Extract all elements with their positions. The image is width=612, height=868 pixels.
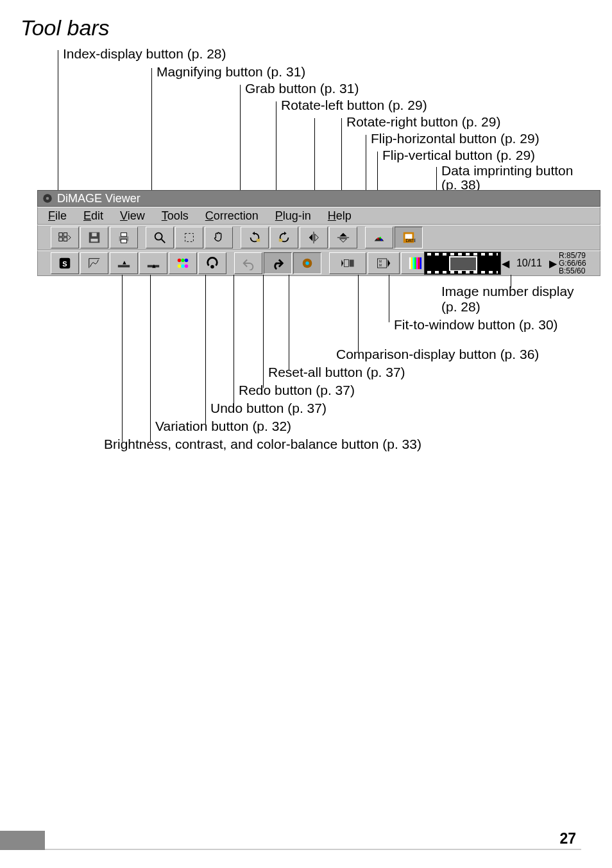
rotate-right-button[interactable] bbox=[270, 227, 298, 248]
callout-variation: Variation button (p. 32) bbox=[155, 419, 291, 434]
image-indicator-area: ◀ 10/11 ▶ R:85/79 G:66/66 B:55/60 bbox=[424, 250, 600, 276]
svg-point-29 bbox=[178, 259, 182, 263]
svg-rect-8 bbox=[92, 233, 96, 237]
brightness-contrast-button[interactable] bbox=[169, 252, 197, 274]
svg-rect-27 bbox=[118, 265, 130, 268]
slider-dark-icon bbox=[117, 256, 131, 270]
reset-icon bbox=[300, 256, 314, 270]
comparison-display-button[interactable] bbox=[329, 252, 366, 274]
callout-flip-vertical: Flip-vertical button (p. 29) bbox=[382, 148, 535, 163]
svg-point-37 bbox=[305, 261, 309, 265]
toolbar-row-1: DATE bbox=[37, 225, 600, 250]
menu-tools[interactable]: Tools bbox=[154, 208, 196, 224]
svg-line-13 bbox=[162, 239, 166, 243]
magnify-button[interactable] bbox=[146, 227, 174, 248]
histogram-button[interactable] bbox=[80, 252, 108, 274]
svg-rect-14 bbox=[185, 234, 194, 242]
callout-data-imprint-1: Data imprinting button bbox=[441, 163, 573, 178]
page-number: 27 bbox=[559, 830, 576, 847]
svg-rect-49 bbox=[420, 257, 421, 269]
menu-plugin[interactable]: Plug-in bbox=[268, 208, 319, 224]
menu-view[interactable]: View bbox=[112, 208, 153, 224]
svg-rect-15 bbox=[257, 239, 260, 242]
callout-magnifying: Magnifying button (p. 31) bbox=[157, 64, 305, 80]
redo-button[interactable] bbox=[264, 252, 292, 274]
callout-rotate-left: Rotate-left button (p. 29) bbox=[281, 98, 427, 113]
slider-up-icon bbox=[146, 256, 160, 270]
menu-correction[interactable]: Correction bbox=[198, 208, 266, 224]
fit-to-window-button[interactable]: MM bbox=[368, 252, 400, 274]
menu-file[interactable]: File bbox=[40, 208, 74, 224]
svg-point-33 bbox=[181, 265, 185, 268]
hand-icon bbox=[212, 230, 226, 245]
svg-rect-38 bbox=[344, 260, 349, 267]
callout-image-number-2: (p. 28) bbox=[441, 299, 480, 315]
svg-rect-4 bbox=[59, 238, 63, 241]
svg-rect-43 bbox=[409, 257, 411, 269]
callout-fit-to-window: Fit-to-window button (p. 30) bbox=[394, 317, 558, 333]
grab-button[interactable] bbox=[205, 227, 233, 248]
window-title: DiMAGE Viewer bbox=[57, 192, 140, 205]
next-image-button[interactable]: ▶ bbox=[548, 257, 557, 270]
data-imprint-button[interactable]: DATE bbox=[395, 227, 423, 248]
svg-text:M: M bbox=[379, 260, 382, 263]
bars-icon bbox=[408, 256, 422, 270]
tone-curve-2-button[interactable] bbox=[139, 252, 167, 274]
image-number-display: 10/11 bbox=[510, 257, 548, 269]
flip-horizontal-button[interactable] bbox=[300, 227, 328, 248]
callout-image-number-1: Image number display bbox=[441, 284, 574, 299]
index-display-button[interactable] bbox=[51, 227, 79, 248]
menu-help[interactable]: Help bbox=[320, 208, 359, 224]
reset-all-button[interactable] bbox=[293, 252, 321, 274]
print-button[interactable] bbox=[110, 227, 138, 248]
svg-rect-39 bbox=[350, 260, 354, 267]
grid-icon bbox=[58, 230, 72, 245]
svg-rect-44 bbox=[411, 257, 413, 269]
callout-brightness: Brightness, contrast, and color-balance … bbox=[104, 437, 421, 452]
leader-line bbox=[511, 275, 511, 288]
fit-screen-button[interactable] bbox=[175, 227, 203, 248]
svg-rect-3 bbox=[64, 233, 67, 237]
fit-icon bbox=[182, 230, 196, 245]
svg-point-32 bbox=[178, 265, 182, 268]
leader-line bbox=[389, 275, 389, 322]
rotate-left-icon bbox=[248, 230, 262, 245]
callout-index-display: Index-display button (p. 28) bbox=[63, 46, 226, 62]
variation-icon bbox=[205, 256, 219, 270]
svg-point-31 bbox=[185, 259, 189, 263]
magnify-icon bbox=[153, 230, 167, 245]
palette-dark-icon bbox=[372, 230, 386, 245]
svg-point-20 bbox=[379, 237, 381, 239]
svg-rect-45 bbox=[412, 257, 414, 269]
svg-point-21 bbox=[380, 239, 382, 241]
menu-edit[interactable]: Edit bbox=[76, 208, 111, 224]
svg-point-34 bbox=[185, 265, 189, 268]
film-strip bbox=[424, 252, 501, 275]
callout-redo: Redo button (p. 37) bbox=[239, 383, 355, 398]
imprint-icon: DATE bbox=[402, 230, 416, 245]
rgb-b: B:55/60 bbox=[559, 267, 599, 275]
undo-button[interactable] bbox=[234, 252, 262, 274]
leader-line bbox=[150, 275, 151, 442]
save-icon bbox=[87, 230, 101, 245]
svg-rect-2 bbox=[59, 233, 63, 237]
callout-flip-horizontal: Flip-horizontal button (p. 29) bbox=[371, 131, 540, 146]
variation-button[interactable] bbox=[198, 252, 226, 274]
rotate-left-button[interactable] bbox=[241, 227, 269, 248]
svg-rect-48 bbox=[418, 257, 420, 269]
color-balance-dark-button[interactable] bbox=[365, 227, 393, 248]
rotate-right-icon bbox=[277, 230, 291, 245]
svg-point-1 bbox=[46, 197, 49, 200]
svg-rect-7 bbox=[91, 239, 98, 242]
snapshot-button[interactable]: S bbox=[51, 252, 79, 274]
svg-point-30 bbox=[181, 259, 185, 263]
fit-window-icon: MM bbox=[377, 256, 391, 270]
menu-bar: File Edit View Tools Correction Plug-in … bbox=[37, 207, 600, 225]
flip-vertical-button[interactable] bbox=[329, 227, 357, 248]
prev-image-button[interactable]: ◀ bbox=[501, 257, 510, 270]
tone-curve-1-button[interactable] bbox=[110, 252, 138, 274]
save-button[interactable] bbox=[80, 227, 108, 248]
svg-rect-11 bbox=[121, 239, 126, 243]
callout-comparison: Comparison-display button (p. 36) bbox=[336, 347, 539, 362]
snapshot-icon: S bbox=[58, 256, 72, 270]
